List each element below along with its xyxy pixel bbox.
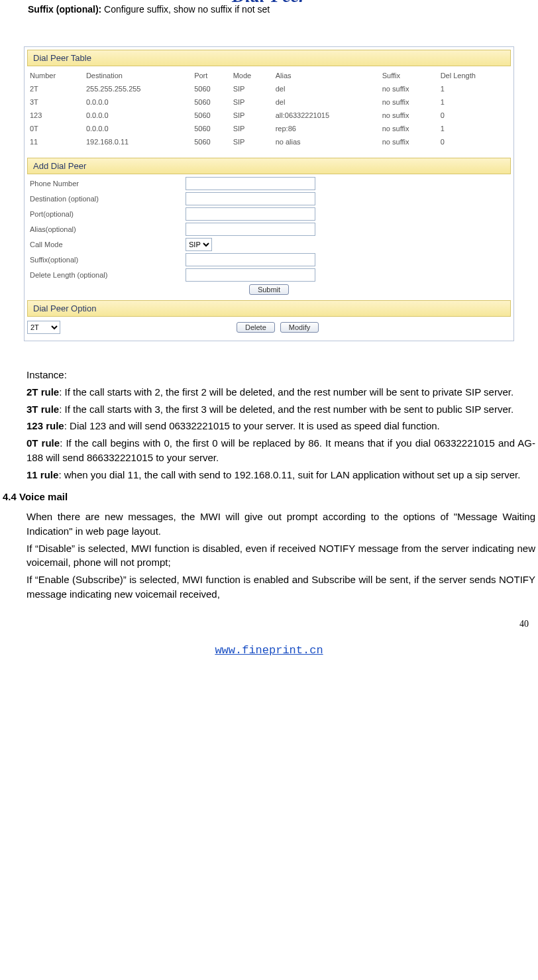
port-input[interactable] [186,207,315,221]
col-mode: Mode [231,69,273,82]
delete-length-input[interactable] [186,268,315,282]
destination-label: Destination (optional) [27,195,186,203]
body-text: Instance: 2T rule: If the call starts wi… [0,368,538,602]
col-suffix: Suffix [380,69,438,82]
col-number: Number [27,69,83,82]
voicemail-p3: If “Enable (Subscribe)” is selected, MWI… [0,572,538,602]
rule-0t: 0T rule: If the call begins with 0, the … [0,436,538,465]
voicemail-p2: If “Disable” is selected, MWI function i… [0,541,538,571]
voicemail-p1: When there are new messages, the MWI wil… [0,510,538,539]
suffix-form-label: Suffix(optional) [27,256,186,264]
submit-button[interactable]: Submit [249,284,289,295]
col-port: Port [191,69,231,82]
col-dellength: Del Length [438,69,511,82]
col-alias: Alias [273,69,380,82]
dial-peer-table-header: Dial Peer Table [27,50,511,66]
table-row: 1230.0.0.05060SIPall:06332221015no suffi… [27,109,511,122]
page-number: 40 [0,619,529,629]
table-row: 0T0.0.0.05060SIPrep:86no suffix1 [27,122,511,135]
dial-peer-option-select[interactable]: 2T [27,321,60,334]
port-label: Port(optional) [27,210,186,218]
call-mode-label: Call Mode [27,241,186,248]
dial-peer-option-header: Dial Peer Option [27,300,511,317]
rule-3t: 3T rule: If the call starts with 3, the … [0,402,538,417]
phone-number-input[interactable] [186,177,315,190]
voice-mail-heading: 4.4 Voice mail [3,490,538,504]
dial-peer-panel: Dial Peer Table Number Destination Port … [24,46,514,341]
modify-button[interactable]: Modify [280,322,319,333]
instance-label: Instance: [0,368,538,382]
rule-123: 123 rule: Dial 123 and will send 0633222… [0,419,538,433]
footer-link: www.fineprint.cn [0,644,538,657]
add-dial-peer-header: Add Dial Peer [27,158,511,174]
fineprint-link[interactable]: www.fineprint.cn [215,644,323,657]
alias-input[interactable] [186,223,315,236]
table-row: 11192.168.0.115060SIPno aliasno suffix0 [27,135,511,148]
table-header-row: Number Destination Port Mode Alias Suffi… [27,69,511,82]
table-row: 3T0.0.0.05060SIPdelno suffix1 [27,95,511,109]
dial-peer-table: Number Destination Port Mode Alias Suffi… [27,69,511,148]
suffix-label-bold: Suffix (optional): [28,4,101,15]
table-row: 2T255.255.255.2555060SIPdelno suffix1 [27,82,511,95]
add-dial-peer-form: Phone Number Destination (optional) Port… [27,177,511,295]
delete-button[interactable]: Delete [237,322,275,333]
call-mode-select[interactable]: SIP [186,238,212,251]
suffix-input[interactable] [186,253,315,266]
phone-label: Phone Number [27,180,186,188]
col-destination: Destination [83,69,191,82]
destination-input[interactable] [186,192,315,205]
rule-11: 11 rule: when you dial 11, the call with… [0,468,538,482]
rule-2t: 2T rule: If the call starts with 2, the … [0,385,538,400]
alias-label: Alias(optional) [27,225,186,233]
delete-length-label: Delete Length (optional) [27,271,186,279]
